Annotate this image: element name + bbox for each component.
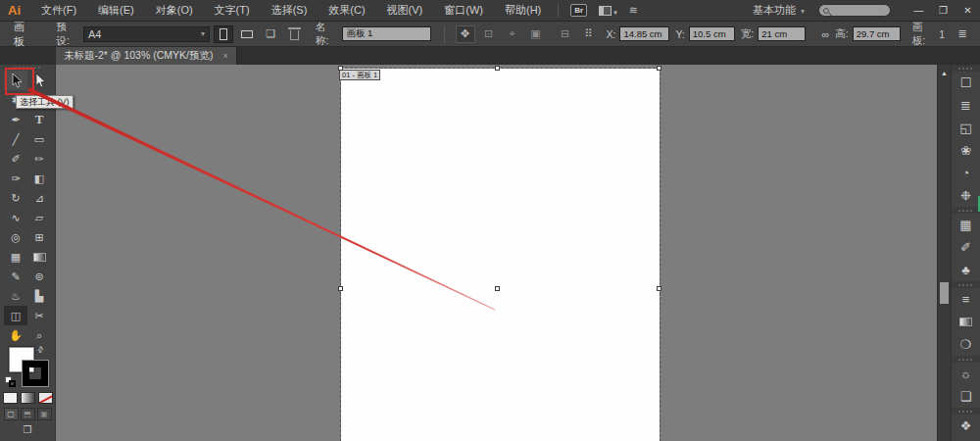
layers-panel-button[interactable]: ❖ [952, 415, 980, 437]
artboard-handle-top-left[interactable] [338, 66, 343, 71]
menu-item-view[interactable]: 视图(V) [376, 0, 434, 21]
arrange-documents-icon[interactable]: ▾ [599, 5, 617, 17]
brushes-panel-button[interactable]: ✐ [952, 236, 980, 259]
default-fill-stroke-icon[interactable] [5, 376, 16, 387]
artboard-name-input[interactable]: 画板 1 [342, 26, 430, 41]
rearrange-artboards-button[interactable]: ⠿ [579, 25, 599, 43]
menu-item-type[interactable]: 文字(T) [204, 0, 261, 21]
dock-group-grip[interactable] [952, 408, 980, 415]
document-tab[interactable]: 未标题-2* @ 103% (CMYK/预览) × [56, 47, 237, 65]
menu-item-effect[interactable]: 效果(C) [318, 0, 375, 21]
tab-close-icon[interactable]: × [222, 51, 227, 61]
width-input[interactable]: 21 cm [758, 26, 806, 41]
canvas[interactable]: 01 - 画板 1 [56, 65, 937, 441]
close-button[interactable]: ✕ [956, 0, 980, 21]
panel-menu-button[interactable]: ≣ [953, 25, 972, 43]
none-button[interactable] [38, 392, 53, 404]
scroll-up-icon[interactable]: ▲ [938, 70, 951, 76]
workspace-switcher[interactable]: 基本功能▾ [753, 3, 805, 18]
stroke-panel-button[interactable]: ≡ [952, 288, 980, 311]
artboards-panel-button[interactable]: ▣ [952, 437, 980, 441]
artboard-handle-mid-right[interactable] [657, 286, 662, 291]
color-button[interactable] [3, 392, 18, 404]
artboard-handle-top-center[interactable] [495, 66, 500, 71]
screen-mode-button[interactable]: ❐ [24, 424, 32, 435]
tool-shape-builder-button[interactable]: ◎ [4, 227, 27, 247]
tool-scale-button[interactable]: ⊿ [27, 188, 51, 208]
menu-item-edit[interactable]: 编辑(E) [87, 0, 145, 21]
menu-item-help[interactable]: 帮助(H) [494, 0, 552, 21]
height-input[interactable]: 29.7 cm [853, 26, 901, 41]
new-artboard-button[interactable]: ❏ [261, 25, 280, 43]
tool-blend-button[interactable]: ⊚ [27, 267, 51, 286]
delete-artboard-button[interactable] [284, 25, 304, 43]
tool-eraser-button[interactable]: ◧ [27, 169, 51, 188]
crosshair-toggle[interactable]: ⌖ [503, 25, 522, 43]
color-panel-button[interactable]: ❀ [952, 139, 980, 162]
move-artwork-button[interactable]: ✥ [456, 25, 475, 43]
tool-line-segment-button[interactable]: ╱ [4, 129, 27, 149]
scrollbar-thumb[interactable] [940, 282, 949, 304]
appearance-panel-button[interactable]: ☼ [952, 363, 980, 385]
dock-group-grip[interactable] [952, 65, 980, 72]
preset-select[interactable]: A4 ▾ [83, 26, 210, 42]
x-input[interactable]: 14.85 cm [619, 26, 669, 41]
graphic-styles-panel-button[interactable]: ❏ [952, 385, 980, 408]
vertical-scrollbar[interactable]: ▲ [937, 65, 951, 441]
tool-artboard-button[interactable]: ◫ [4, 306, 27, 325]
minimize-button[interactable]: — [906, 0, 931, 21]
constrain-proportions-toggle[interactable]: ∞ [815, 25, 835, 43]
tool-perspective-grid-button[interactable]: ⊞ [27, 227, 51, 247]
tool-eyedropper-button[interactable]: ✎ [4, 267, 27, 286]
artboard-name-tag[interactable]: 01 - 画板 1 [339, 70, 380, 80]
artboard-handle-top-right[interactable] [657, 66, 662, 71]
dock-group-grip[interactable] [952, 281, 980, 288]
tool-type-button[interactable]: T [27, 110, 51, 129]
pathfinder-panel-button[interactable]: ◱ [952, 117, 980, 139]
draw-behind-button[interactable]: ⬒ [21, 408, 35, 420]
artboard-handle-center[interactable] [495, 286, 500, 291]
portrait-button[interactable] [214, 25, 233, 43]
dock-group-grip[interactable] [952, 207, 980, 214]
tool-blob-brush-button[interactable]: ✑ [4, 169, 27, 188]
tool-hand-button[interactable]: ✋ [4, 325, 27, 345]
artboard[interactable] [341, 69, 660, 441]
draw-inside-button[interactable]: ▣ [37, 408, 52, 420]
transparency-panel-button[interactable]: ❍ [952, 333, 980, 356]
tool-zoom-button[interactable]: ⌕ [27, 325, 51, 345]
swap-fill-stroke-icon[interactable]: ⇄ [35, 344, 46, 355]
menu-item-window[interactable]: 窗口(W) [433, 0, 494, 21]
draw-normal-button[interactable]: ▢ [4, 408, 19, 420]
tool-width-button[interactable]: ∿ [4, 208, 27, 227]
tool-rotate-button[interactable]: ↻ [4, 188, 27, 208]
tool-pen-button[interactable]: ✒ [4, 110, 27, 129]
dock-group-grip[interactable] [952, 356, 980, 363]
search-input[interactable] [818, 4, 891, 17]
tool-selection-button[interactable] [4, 71, 27, 90]
gradient-panel-button[interactable] [952, 311, 980, 333]
tool-rectangle-button[interactable]: ▭ [27, 129, 51, 149]
tool-gradient-button[interactable] [27, 247, 51, 267]
video-ruler-toggle[interactable]: ⊟ [556, 25, 575, 43]
artboard-handle-mid-left[interactable] [338, 286, 343, 291]
tool-pencil-button[interactable]: ✏ [27, 149, 51, 169]
video-safe-toggle[interactable]: ▣ [526, 25, 546, 43]
transform-panel-button[interactable]: ☐ [952, 72, 980, 94]
tool-direct-selection-button[interactable] [27, 71, 51, 90]
tool-symbol-sprayer-button[interactable]: ♨ [4, 286, 27, 306]
menu-item-file[interactable]: 文件(F) [30, 0, 87, 21]
color-guide-panel-button[interactable]: ◔ [952, 162, 980, 184]
menu-item-select[interactable]: 选择(S) [261, 0, 318, 21]
cs-live-icon[interactable]: ≋ [629, 4, 638, 17]
tool-column-graph-button[interactable]: ▙ [27, 286, 51, 306]
symbols-panel-button[interactable]: ♣ [952, 259, 980, 281]
tool-paintbrush-button[interactable]: ✐ [4, 149, 27, 169]
gradient-button[interactable] [21, 392, 35, 404]
landscape-button[interactable] [237, 25, 257, 43]
swatches-panel-button[interactable]: ▦ [952, 214, 980, 236]
bridge-button[interactable]: Br [570, 4, 587, 17]
align-panel-button[interactable]: ≣ [952, 94, 980, 117]
center-mark-toggle[interactable]: ⊡ [479, 25, 499, 43]
tool-mesh-button[interactable]: ▦ [4, 247, 27, 267]
restore-button[interactable]: ❐ [931, 0, 956, 21]
